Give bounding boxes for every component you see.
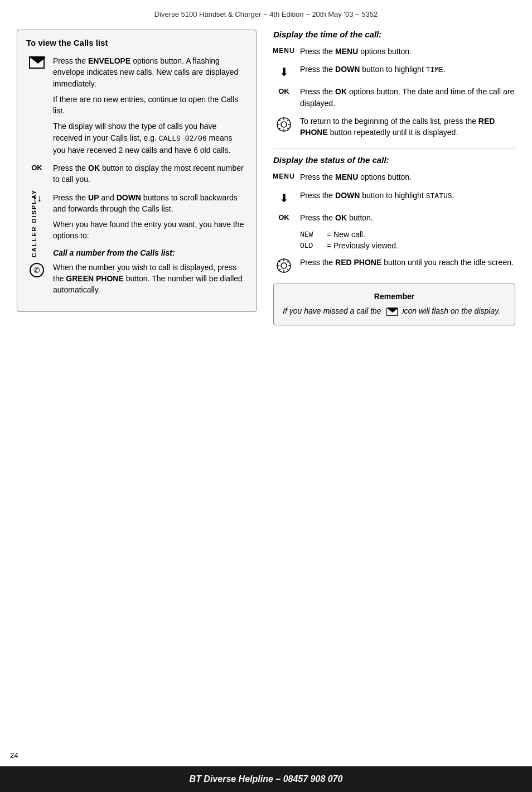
ok-text-cell: Press the OK button to display the most … <box>53 162 247 185</box>
status-gear-icon-cell <box>273 257 294 273</box>
green-phone-text: When the number you wish to call is disp… <box>53 262 247 296</box>
envelope-icon-cell <box>26 55 47 69</box>
green-phone-icon-cell: ✆ <box>26 262 47 277</box>
status-new-key: NEW <box>300 231 320 239</box>
header-text: Diverse 5100 Handset & Charger ~ 4th Edi… <box>154 10 378 18</box>
remember-box: Remember If you have missed a call the i… <box>273 284 515 325</box>
ok-icon-cell: OK <box>26 162 47 172</box>
ok-instruction-row: OK Press the OK button to display the mo… <box>26 162 247 185</box>
display-status-heading: Display the status of the call: <box>273 155 515 165</box>
calls-list-title: To view the Calls list <box>26 38 247 47</box>
status-down-row: ⬇ Press the DOWN button to highlight STA… <box>273 190 515 205</box>
time-menu-row: MENU Press the MENU options button. <box>273 46 515 57</box>
time-ok-icon-cell: OK <box>273 86 294 95</box>
display-time-section: Display the time of the call: MENU Press… <box>273 30 515 138</box>
gear-icon-1 <box>276 117 292 132</box>
down-arrow-icon-2: ⬇ <box>278 191 290 205</box>
display-time-heading: Display the time of the call: <box>273 30 515 39</box>
sidebar-label-container: CALLER DISPLAY <box>0 112 11 335</box>
page-number: 24 <box>10 751 18 760</box>
right-column: Display the time of the call: MENU Press… <box>268 30 515 325</box>
status-gear-row: Press the RED PHONE button until you rea… <box>273 257 515 273</box>
gear-icon-2 <box>276 258 292 273</box>
time-menu-icon-cell: MENU <box>273 46 294 55</box>
status-old-row: OLD = Previously viewed. <box>300 241 515 250</box>
arrows-text2: When you have found the entry you want, … <box>53 219 247 242</box>
green-phone-text-cell: When the number you wish to call is disp… <box>53 262 247 296</box>
status-old-key: OLD <box>300 242 320 250</box>
time-gear-icon-cell <box>273 116 294 132</box>
ok-text: Press the OK button to display the most … <box>53 162 247 185</box>
status-table: NEW = New call. OLD = Previously viewed. <box>300 230 515 250</box>
status-gear-text: Press the RED PHONE button until you rea… <box>300 257 515 268</box>
time-down-text: Press the DOWN button to highlight TIME. <box>300 64 515 76</box>
svg-line-17 <box>287 269 289 271</box>
svg-point-11 <box>281 263 287 268</box>
menu-label-2: MENU <box>273 172 294 180</box>
time-menu-text: Press the MENU options button. <box>300 46 515 57</box>
svg-line-8 <box>287 119 289 121</box>
menu-label-1: MENU <box>273 47 294 55</box>
time-ok-text: Press the OK options button. The date an… <box>300 86 515 109</box>
footer: BT Diverse Helpline – 08457 908 070 <box>0 766 532 792</box>
green-phone-row: ✆ When the number you wish to call is di… <box>26 262 247 296</box>
ok-label-2: OK <box>278 87 289 95</box>
status-old-equals: = Previously viewed. <box>327 241 398 250</box>
status-new-row: NEW = New call. <box>300 230 515 239</box>
envelope-text1: Press the ENVELOPE options button. A fla… <box>53 55 247 89</box>
footer-text: BT Diverse Helpline – 08457 908 070 <box>190 774 343 784</box>
status-down-text: Press the DOWN button to highlight STATU… <box>300 190 515 202</box>
remember-title: Remember <box>283 292 506 301</box>
green-phone-icon: ✆ <box>30 263 44 277</box>
remember-envelope-icon <box>386 308 398 316</box>
page-header: Diverse 5100 Handset & Charger ~ 4th Edi… <box>0 0 532 24</box>
envelope-instruction-row: Press the ENVELOPE options button. A fla… <box>26 55 247 156</box>
status-ok-text: Press the OK button. <box>300 212 515 223</box>
svg-line-18 <box>287 261 289 262</box>
display-status-section: Display the status of the call: MENU Pre… <box>273 155 515 273</box>
svg-line-6 <box>279 119 280 121</box>
envelope-text3: The display will show the type of calls … <box>53 121 247 155</box>
time-down-icon-cell: ⬇ <box>273 64 294 79</box>
svg-line-9 <box>279 128 280 129</box>
call-number-section: Call a number from the Calls list: <box>53 248 247 257</box>
arrows-text1: Press the UP and DOWN buttons to scroll … <box>53 192 247 215</box>
svg-line-16 <box>279 261 280 262</box>
main-content: To view the Calls list Press the ENVELOP… <box>17 30 515 325</box>
arrows-instruction-row: ↑↓ Press the UP and DOWN buttons to scro… <box>26 192 247 242</box>
sidebar-label: CALLER DISPLAY <box>31 189 37 257</box>
envelope-text-cell: Press the ENVELOPE options button. A fla… <box>53 55 247 156</box>
time-ok-row: OK Press the OK options button. The date… <box>273 86 515 109</box>
status-menu-row: MENU Press the MENU options button. <box>273 171 515 183</box>
remember-text-content: If you have missed a call the icon will … <box>283 305 500 317</box>
down-arrow-icon-1: ⬇ <box>278 65 290 79</box>
calls-list-box: To view the Calls list Press the ENVELOP… <box>17 30 257 312</box>
svg-line-7 <box>287 128 289 129</box>
status-ok-icon-cell: OK <box>273 212 294 222</box>
ok-label-3: OK <box>278 213 289 222</box>
ok-label: OK <box>31 164 42 172</box>
time-gear-text: To return to the beginning of the calls … <box>300 116 515 138</box>
left-column: To view the Calls list Press the ENVELOP… <box>17 30 257 325</box>
status-ok-row: OK Press the OK button. <box>273 212 515 223</box>
call-number-title: Call a number from the Calls list: <box>53 248 247 257</box>
envelope-icon <box>29 56 45 69</box>
time-down-row: ⬇ Press the DOWN button to highlight TIM… <box>273 64 515 79</box>
status-menu-text: Press the MENU options button. <box>300 171 515 183</box>
remember-text: If you have missed a call the icon will … <box>283 305 506 317</box>
time-gear-row: To return to the beginning of the calls … <box>273 116 515 138</box>
status-new-equals: = New call. <box>327 230 365 239</box>
envelope-text2: If there are no new entries, continue to… <box>53 94 247 117</box>
arrows-text-cell: Press the UP and DOWN buttons to scroll … <box>53 192 247 242</box>
svg-line-19 <box>279 269 280 271</box>
svg-point-1 <box>281 122 287 127</box>
section-divider <box>273 148 515 148</box>
status-down-icon-cell: ⬇ <box>273 190 294 205</box>
status-menu-icon-cell: MENU <box>273 171 294 180</box>
